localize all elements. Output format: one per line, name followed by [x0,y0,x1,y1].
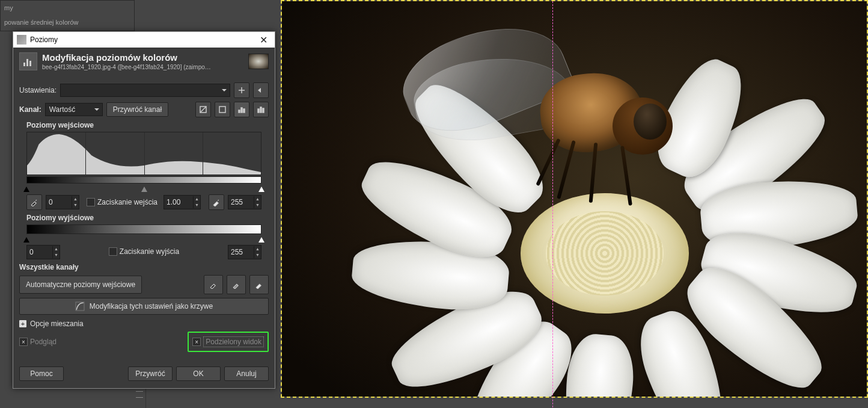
add-preset-button[interactable] [234,82,249,98]
settings-select[interactable] [60,84,230,97]
header-subtitle: bee-g4f13fab24_1920.jpg-4 ([bee-g4f13fab… [42,64,248,70]
svg-rect-2 [29,61,31,66]
dialog-titlebar[interactable]: Poziomy ✕ [13,32,275,48]
up-icon[interactable]: ▲ [72,196,79,202]
svg-rect-6 [241,108,242,113]
pick-black-point-button[interactable] [26,194,42,210]
input-high-field[interactable] [228,198,254,206]
checkbox-checked-icon: × [192,338,201,346]
checkbox-checked-icon: × [19,338,28,346]
all-channels-label: Wszystkie kanały [19,263,269,271]
svg-rect-5 [239,110,240,113]
output-low-field[interactable] [27,248,52,256]
output-high-spin[interactable]: ▲▼ [228,245,261,259]
output-high-handle[interactable] [258,234,264,243]
output-gradient [26,224,261,234]
split-view-checkbox[interactable]: × Podzielony widok [190,335,266,348]
svg-rect-8 [258,109,259,113]
edit-as-curves-button[interactable]: Modyfikacja tych ustawień jako krzywe [19,298,269,315]
bg-text-1: my [4,4,13,11]
input-low-field[interactable] [46,198,72,206]
blend-options-expander[interactable]: + Opcje mieszania [19,320,84,328]
pick-gray-all-button[interactable] [227,275,246,294]
dialog-footer: Pomoc Przywróć OK Anuluj [13,362,275,388]
pick-white-point-button[interactable] [209,194,224,210]
histogram-linear-button[interactable] [234,102,249,117]
dialog-title: Poziomy [30,36,58,44]
svg-rect-10 [263,108,264,113]
svg-rect-7 [243,109,245,113]
ok-button[interactable]: OK [176,366,221,381]
svg-rect-1 [26,59,28,66]
auto-levels-button[interactable]: Automatyczne poziomy wejściowe [19,276,142,294]
output-slider[interactable] [26,234,261,241]
app-icon [17,35,26,45]
output-low-handle[interactable] [23,234,29,243]
pick-white-all-button[interactable] [249,275,269,294]
split-view-divider[interactable] [552,0,553,408]
canvas-content [282,1,867,397]
svg-rect-4 [219,107,225,113]
channel-label: Kanał: [19,105,41,114]
histogram-log-button[interactable] [253,102,269,117]
levels-dialog: Poziomy ✕ Modyfikacja poziomów kolorów b… [13,31,275,389]
channel-option-2-button[interactable] [215,102,230,117]
output-levels-label: Poziomy wyjściowe [26,214,269,222]
preset-menu-button[interactable] [253,82,269,98]
curves-icon [75,301,85,311]
pick-black-all-button[interactable] [204,275,223,294]
clamp-output-checkbox[interactable]: Zaciskanie wyjścia [109,247,179,256]
help-button[interactable]: Pomoc [19,366,64,381]
background-panel-fragment: my powanie średniej kolorów [0,0,135,31]
split-view-highlight: × Podzielony widok [188,332,269,352]
channel-option-1-button[interactable] [195,102,211,117]
preview-checkbox[interactable]: × Podgląd [19,338,57,346]
input-high-handle[interactable] [258,184,264,192]
output-high-field[interactable] [228,248,254,256]
input-gamma-field[interactable] [164,198,193,206]
levels-icon [19,52,37,70]
svg-rect-0 [23,63,25,66]
settings-label: Ustawienia: [19,86,57,94]
cancel-button[interactable]: Anuluj [224,366,269,381]
input-low-spin[interactable]: ▲▼ [46,195,79,209]
svg-rect-9 [260,107,261,113]
bg-text-2: powanie średniej kolorów [4,19,79,26]
close-icon[interactable]: ✕ [256,34,271,46]
input-low-handle[interactable] [23,184,29,192]
input-high-spin[interactable]: ▲▼ [228,195,261,209]
output-low-spin[interactable]: ▲▼ [26,245,60,259]
input-slider[interactable] [26,184,261,191]
reset-channel-button[interactable]: Przywróć kanał [106,102,168,117]
input-levels-label: Poziomy wejściowe [26,121,269,129]
plus-icon: + [19,320,26,327]
input-gamma-handle[interactable] [141,184,147,192]
layer-thumbnail [248,54,269,69]
input-gamma-spin[interactable]: ▲▼ [164,195,201,209]
dialog-header: Modyfikacja poziomów kolorów bee-g4f13fa… [13,48,275,75]
channel-select[interactable]: Wartość [45,103,103,116]
input-gradient [26,176,261,184]
input-histogram[interactable] [26,132,261,175]
reset-button[interactable]: Przywróć [128,366,173,381]
down-icon[interactable]: ▼ [72,202,79,208]
image-canvas[interactable] [281,0,868,398]
header-title: Modyfikacja poziomów kolorów [42,52,248,63]
clamp-input-checkbox[interactable]: Zaciskanie wejścia [87,198,157,206]
